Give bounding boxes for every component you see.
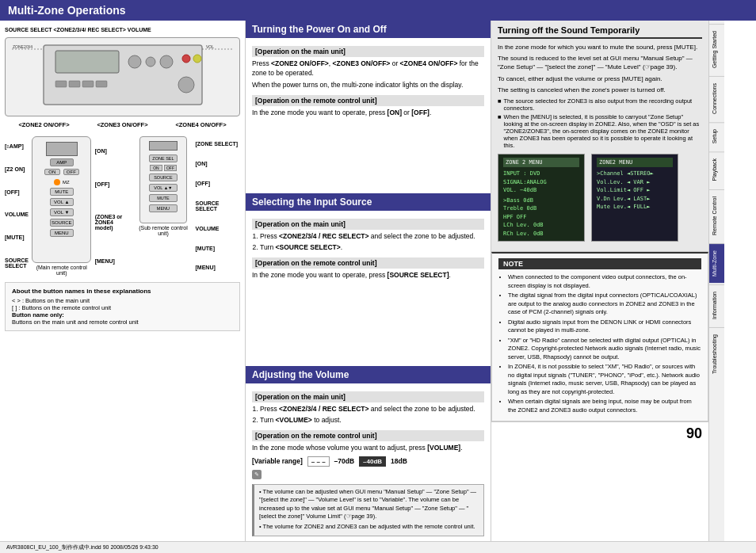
right-panel: Turning off the Sound Temporarily In the… [491,21,708,541]
sub-btn-vol[interactable]: VOL ▲▼ [149,184,178,192]
svg-rect-1 [55,51,119,73]
main-remote-wrapper: AMP ON OFF MZ MUTE VOL ▲ VOL ▼ SOURCE [32,136,92,276]
remote-btn-vol-up[interactable]: VOL ▲ [50,198,74,206]
svg-point-2 [128,55,141,68]
remote-btn-1[interactable]: AMP [50,158,74,166]
note-section: NOTE When connected to the component vid… [491,252,708,421]
note-item-2: The digital signal from the digital inpu… [508,292,701,317]
zone2b-menu: ZONE2 MENU >Channel ◄STEREO► Vol.Lev. ◄ … [591,154,678,242]
menu-display: ZONE 2 MENU INPUT : DVD SIGNAL:ANALOG VO… [498,154,702,242]
svg-point-4 [160,55,173,68]
power-main-unit-title: [Operation on the main unit] [252,46,484,57]
svg-rect-5 [55,81,67,87]
power-section-header: Turning the Power On and Off [246,21,491,38]
sub-btn-zone[interactable]: ZONE SEL [149,154,178,162]
bottom-note-title: About the button names in these explanat… [12,288,233,295]
tab-playback[interactable]: Playback [709,151,724,187]
power-main-text: Press <ZONE2 ON/OFF>, <ZONE3 ON/OFF> or … [252,59,484,78]
svg-text:VOL: VOL [206,44,214,49]
bottom-bar: AVR3808CI_EU_100_制作作成中.indd 90 2008/05/2… [0,541,756,553]
volume-section-content: [Operation on the main unit] Press <ZONE… [246,383,491,541]
svg-point-9 [182,55,190,63]
svg-rect-6 [69,81,80,87]
remote-btn-mute[interactable]: MUTE [50,188,74,196]
tab-connections[interactable]: Connections [709,76,724,120]
power-remote-text: In the zone mode you want to operate, pr… [252,109,484,118]
volume-note-box: • The volume can be adjusted when GUI me… [252,484,484,537]
note-item-6: When certain digital signals are being i… [508,398,701,414]
sub-remote-diagram: ZONE SEL ON OFF SOURCE VOL ▲▼ MUTE MENU [139,136,187,223]
tab-getting-started[interactable]: Getting Started [709,24,724,74]
volume-remote-title: [Operation on the remote control unit] [252,430,484,441]
note-item-1: When connected to the component video ou… [508,273,701,290]
device-top-labels: SOURCE SELECT <ZONE2/3/4/ REC SELECT> VO… [5,27,240,34]
remote-btn-menu[interactable]: MENU [50,229,74,237]
note-list: When connected to the component video ou… [498,273,701,414]
note-item-4: "XM" or "HD Radio" cannot be selected wi… [508,337,701,362]
svg-rect-7 [82,81,94,87]
remote-btn-on[interactable]: ON [44,169,60,175]
svg-point-10 [193,55,201,63]
sub-right-labels: [ZONE SELECT] [ON] [OFF] SOURCE SELECT V… [196,136,240,276]
page-title: Multi-Zone Operations [0,0,756,21]
remote-btn-off[interactable]: OFF [63,169,79,175]
svg-point-3 [146,57,155,67]
input-section-header: Selecting the Input Source [246,193,491,211]
mute-content: In the zone mode for which you want to m… [498,43,702,242]
note-item-3: Digital audio signals input from the DEN… [508,318,701,335]
mute-title: Turning off the Sound Temporarily [498,25,702,39]
variable-range: [Variable range] – – – –70dB –40dB 18dB [252,456,484,467]
tab-setup[interactable]: Setup [709,122,724,150]
volume-steps: Press <ZONE2/3/4 / REC SELECT> and selec… [252,405,484,425]
tab-troubleshooting[interactable]: Troubleshooting [709,327,724,380]
sub-remote-caption: (Sub remote control unit) [134,225,192,236]
power-main-text2: When the power turns on, the multi-zone … [252,81,484,90]
sub-btn-mute[interactable]: MUTE [149,194,178,202]
volume-remote-text: In the zone mode whose volume you want t… [252,444,484,453]
bottom-note: About the button names in these explanat… [5,282,240,331]
volume-main-title: [Operation on the main unit] [252,391,484,402]
zone2-menu: ZONE 2 MENU INPUT : DVD SIGNAL:ANALOG VO… [498,154,585,242]
mute-section: Turning off the Sound Temporarily In the… [491,21,708,252]
svg-text:ZONE2/3/4: ZONE2/3/4 [13,44,32,49]
tab-remote-control[interactable]: Remote Control [709,189,724,242]
svg-point-11 [178,77,194,93]
power-section-content: [Operation on the main unit] Press <ZONE… [246,38,491,193]
device-diagram: ZONE2/3/4 VOL [5,37,240,116]
note-item-5: In ZONE4, it is not possible to select "… [508,363,701,396]
zone2b-menu-title: ZONE2 MENU [597,158,673,168]
side-tab-panel: Getting Started Connections Setup Playba… [708,21,724,541]
sub-btn-menu[interactable]: MENU [149,204,178,212]
left-diagram-panel: SOURCE SELECT <ZONE2/3/4/ REC SELECT> VO… [0,21,246,541]
right-remote-labels: [ON] [OFF] (ZONE3 orZONE4 model) [MENU] [95,136,132,276]
tab-information[interactable]: Information [709,284,724,326]
remote-screen [46,142,78,156]
input-main-title: [Operation on the main unit] [252,219,484,230]
note-title: NOTE [498,258,701,269]
svg-rect-8 [96,81,107,87]
sub-remote-wrapper: ZONE SEL ON OFF SOURCE VOL ▲▼ MUTE MENU … [134,136,192,276]
main-remote-diagram: AMP ON OFF MZ MUTE VOL ▲ VOL ▼ SOURCE [32,136,91,263]
remote-diagrams-area: [≡AMP] [Z2 ON] [OFF] VOLUME [MUTE] SOURC… [5,136,240,276]
page-number: 90 [491,421,708,445]
remote-btn-vol-dn[interactable]: VOL ▼ [50,208,74,216]
volume-section-header: Adjusting the Volume [246,366,491,383]
input-steps: Press <ZONE2/3/4 / REC SELECT> and selec… [252,232,484,253]
input-remote-title: [Operation on the remote control unit] [252,257,484,269]
input-remote-text: In the zone mode you want to operate, pr… [252,271,484,280]
zone-labels: <ZONE2 ON/OFF> <ZONE3 ON/OFF> <ZONE4 ON/… [5,120,240,130]
power-remote-title: [Operation on the remote control unit] [252,95,484,106]
sub-btn-src[interactable]: SOURCE [149,174,178,181]
zone2-menu-title: ZONE 2 MENU [503,158,579,168]
remote-btn-src[interactable]: SOURCE [50,219,74,227]
middle-panel: Turning the Power On and Off [Operation … [246,21,491,541]
main-remote-caption: (Main remote control unit) [32,265,92,276]
input-section-content: [Operation on the main unit] Press <ZONE… [246,211,491,366]
tab-multi-zone[interactable]: Multi-Zone [709,243,724,283]
left-remote-labels: [≡AMP] [Z2 ON] [OFF] VOLUME [MUTE] SOURC… [5,136,29,276]
